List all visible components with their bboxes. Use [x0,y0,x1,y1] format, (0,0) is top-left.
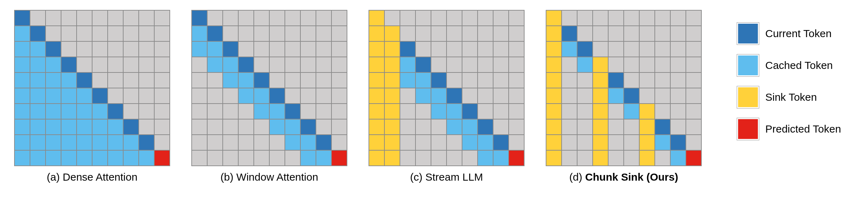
cell [670,26,686,41]
cell [493,26,509,41]
cell [447,10,462,26]
cell [509,72,524,88]
cell [562,88,577,104]
cell [285,88,300,104]
cell [655,57,670,72]
cell [384,135,400,150]
cell [384,26,400,41]
cell [431,135,447,150]
cell [447,104,462,119]
cell [655,72,670,88]
cell [123,26,139,41]
cell [77,26,92,41]
cell [30,135,46,150]
cell [686,104,701,119]
cell [384,72,400,88]
cell [546,135,562,150]
cell [123,119,139,135]
cell [384,104,400,119]
cell [238,41,254,57]
cell [478,10,493,26]
cell [639,10,655,26]
cell [46,135,61,150]
cell [123,104,139,119]
cell [608,41,624,57]
cell [415,104,431,119]
cell [447,88,462,104]
cell [670,57,686,72]
cell [462,88,478,104]
cell [686,88,701,104]
cell [92,26,108,41]
cell [509,104,524,119]
cell [254,10,269,26]
cell [562,119,577,135]
cell [562,72,577,88]
cell [269,135,285,150]
cell [593,10,608,26]
cell [509,41,524,57]
cell [593,135,608,150]
cell [400,10,415,26]
cell [639,72,655,88]
cell [670,135,686,150]
cell [92,57,108,72]
legend-item-current: Current Token [737,23,841,45]
cell [30,104,46,119]
cell [686,72,701,88]
cell [447,41,462,57]
cell [415,26,431,41]
cell [14,10,30,26]
cell [639,57,655,72]
cell [223,88,238,104]
cell [192,104,207,119]
cell [316,104,331,119]
cell [192,72,207,88]
cell [655,150,670,166]
cell [447,57,462,72]
cell [61,88,77,104]
cell [369,135,384,150]
cell [331,119,347,135]
cell [562,41,577,57]
cell [431,10,447,26]
cell [92,119,108,135]
cell [285,10,300,26]
cell [192,135,207,150]
cell [624,57,639,72]
panel-window: (b) Window Attention [191,10,347,183]
cell [447,26,462,41]
cell [285,119,300,135]
cell [493,72,509,88]
cell [285,72,300,88]
legend-label-current: Current Token [765,28,832,40]
cell [77,119,92,135]
cell [400,26,415,41]
cell [139,10,154,26]
cell [77,72,92,88]
cell [154,72,170,88]
cell [400,72,415,88]
legend-label-sink: Sink Token [765,91,817,103]
cell [331,72,347,88]
cell [108,150,123,166]
cell [331,41,347,57]
cell [192,88,207,104]
cell [493,104,509,119]
cell [139,104,154,119]
cell [608,10,624,26]
cell [139,26,154,41]
cell [238,57,254,72]
cell [670,72,686,88]
cell [254,57,269,72]
cell [300,72,316,88]
cell [61,57,77,72]
cell [92,88,108,104]
cell [108,88,123,104]
cell [562,26,577,41]
cell [254,88,269,104]
cell [670,41,686,57]
cell [431,57,447,72]
cell [192,119,207,135]
cell [192,150,207,166]
